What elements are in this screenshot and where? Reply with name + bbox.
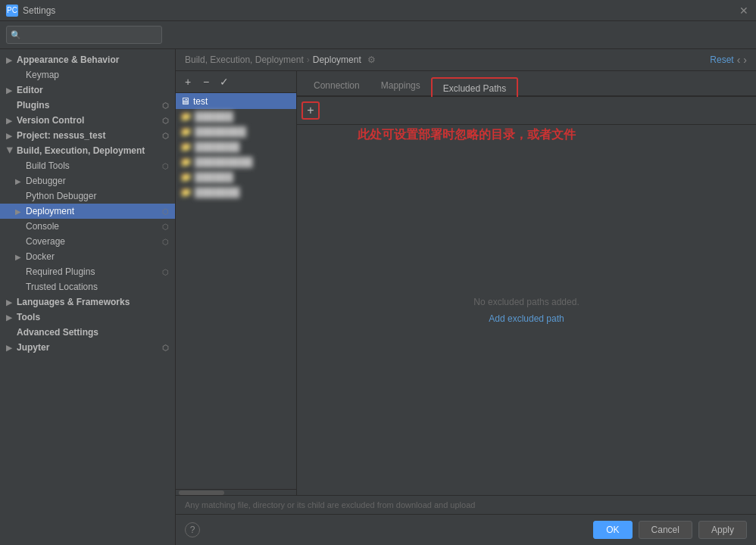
- sidebar-item-label: Plugins: [17, 100, 49, 111]
- sidebar-item-label: Required Plugins: [26, 266, 95, 277]
- sidebar: ▶ Appearance & Behavior Keymap ▶ Editor …: [0, 49, 176, 545]
- tree-item-label: ███████: [195, 142, 240, 152]
- sidebar-item-console[interactable]: Console ⬡: [0, 219, 175, 234]
- arrow-placeholder: [15, 268, 23, 276]
- external-icon: ⬡: [162, 132, 169, 140]
- sidebar-item-pythondebugger[interactable]: Python Debugger: [0, 188, 175, 204]
- tree-item-test[interactable]: 🖥 test: [176, 93, 296, 109]
- help-button[interactable]: ?: [185, 522, 200, 537]
- remove-server-button[interactable]: −: [198, 74, 214, 89]
- sidebar-item-buildtools[interactable]: Build Tools ⬡: [0, 158, 175, 173]
- add-excluded-path-link[interactable]: Add excluded path: [489, 313, 564, 324]
- arrow-icon: ▶: [6, 344, 14, 352]
- sidebar-item-appearance[interactable]: ▶ Appearance & Behavior: [0, 52, 175, 67]
- sidebar-item-plugins[interactable]: Plugins ⬡: [0, 98, 175, 113]
- search-wrap: 🔍: [6, 26, 162, 44]
- sidebar-item-keymap[interactable]: Keymap: [0, 67, 175, 83]
- sidebar-item-editor[interactable]: ▶ Editor: [0, 83, 175, 98]
- arrow-icon: ▶: [15, 207, 23, 216]
- folder-icon: 📁: [180, 157, 192, 167]
- tabs-bar: Connection Mappings Excluded Paths: [297, 71, 756, 97]
- sidebar-item-label: Tools: [17, 312, 40, 322]
- breadcrumb-part2: Deployment: [313, 54, 361, 65]
- check-icon: ✓: [220, 76, 229, 88]
- sidebar-item-deployment[interactable]: ▶ Deployment ⬡: [0, 204, 175, 219]
- excluded-paths-content: + 此处可设置部署时忽略的目录，或者文件 No excluded paths a…: [297, 97, 756, 495]
- sync-icon: ⚙: [367, 54, 376, 65]
- folder-icon: 📁: [180, 142, 192, 152]
- external-icon: ⬡: [162, 344, 169, 352]
- external-icon: ⬡: [162, 238, 169, 246]
- sidebar-item-label: Keymap: [26, 70, 59, 80]
- sidebar-item-label: Python Debugger: [26, 191, 96, 201]
- external-icon: ⬡: [162, 223, 169, 231]
- server-tree: 🖥 test 📁 ██████ 📁 ████████: [176, 93, 296, 489]
- sidebar-item-label: Coverage: [26, 236, 65, 247]
- sidebar-item-advancedsettings[interactable]: Advanced Settings: [0, 325, 175, 340]
- sidebar-item-versioncontrol[interactable]: ▶ Version Control ⬡: [0, 113, 175, 128]
- tree-item[interactable]: 📁 ██████: [176, 170, 296, 185]
- footer-left: ?: [185, 522, 200, 537]
- title-bar: PC Settings ✕: [0, 0, 756, 21]
- arrow-icon: ▶: [6, 313, 14, 322]
- sidebar-item-languages[interactable]: ▶ Languages & Frameworks: [0, 294, 175, 310]
- close-button[interactable]: ✕: [738, 5, 750, 17]
- sidebar-item-label: Jupyter: [17, 342, 49, 353]
- folder-icon: 📁: [180, 111, 192, 122]
- panel-toolbar: + − ✓: [176, 71, 296, 93]
- tab-excludedpaths[interactable]: Excluded Paths: [431, 77, 518, 97]
- minus-icon: −: [203, 76, 209, 88]
- external-icon: ⬡: [162, 268, 169, 276]
- settings-dialog: 🔍 ▶ Appearance & Behavior Keymap ▶ Edito…: [0, 21, 756, 545]
- tree-item[interactable]: 📁 ███████: [176, 185, 296, 200]
- check-button[interactable]: ✓: [217, 74, 232, 89]
- tree-item[interactable]: 📁 ████████: [176, 124, 296, 139]
- right-panel: Connection Mappings Excluded Paths: [297, 71, 756, 495]
- tab-mappings[interactable]: Mappings: [370, 76, 431, 97]
- add-server-button[interactable]: +: [180, 74, 195, 89]
- sidebar-item-project[interactable]: ▶ Project: nessus_test ⬡: [0, 128, 175, 143]
- sidebar-item-label: Version Control: [17, 115, 84, 126]
- search-input[interactable]: [6, 26, 162, 44]
- add-excluded-path-button[interactable]: +: [301, 101, 320, 120]
- empty-state: No excluded paths added. Add excluded pa…: [297, 125, 756, 495]
- breadcrumb: Build, Execution, Deployment › Deploymen…: [176, 49, 756, 71]
- tree-item-label: █████████: [195, 157, 253, 167]
- nav-back-button[interactable]: ‹: [737, 54, 741, 66]
- tab-connection[interactable]: Connection: [303, 76, 370, 97]
- sidebar-item-docker[interactable]: ▶ Docker: [0, 249, 175, 264]
- sidebar-item-debugger[interactable]: ▶ Debugger: [0, 173, 175, 188]
- window-title: Settings: [23, 5, 55, 16]
- app-icon: PC: [6, 5, 18, 17]
- nav-forward-button[interactable]: ›: [743, 54, 747, 66]
- arrow-placeholder: [6, 101, 14, 110]
- sidebar-item-jupyter[interactable]: ▶ Jupyter ⬡: [0, 340, 175, 355]
- sidebar-item-label: Languages & Frameworks: [17, 297, 130, 307]
- arrow-placeholder: [6, 329, 14, 337]
- arrow-placeholder: [15, 223, 23, 231]
- sidebar-item-build[interactable]: ▶ Build, Execution, Deployment: [0, 143, 175, 158]
- sidebar-item-coverage[interactable]: Coverage ⬡: [0, 234, 175, 249]
- external-icon: ⬡: [162, 207, 169, 216]
- tree-item-label: ██████: [195, 111, 233, 122]
- main-panel: Build, Execution, Deployment › Deploymen…: [176, 49, 756, 545]
- tree-item[interactable]: 📁 ███████: [176, 139, 296, 154]
- tree-item[interactable]: 📁 ██████: [176, 109, 296, 124]
- sidebar-item-label: Editor: [17, 85, 43, 95]
- cancel-button[interactable]: Cancel: [639, 521, 692, 539]
- ok-button[interactable]: OK: [593, 521, 632, 539]
- folder-icon: 📁: [180, 126, 192, 137]
- reset-button[interactable]: Reset: [710, 54, 733, 65]
- apply-button[interactable]: Apply: [698, 521, 747, 539]
- sidebar-item-trustedlocations[interactable]: Trusted Locations: [0, 279, 175, 294]
- arrow-icon: ▶: [6, 132, 14, 140]
- horizontal-scrollbar[interactable]: [176, 489, 296, 495]
- sidebar-item-requiredplugins[interactable]: Required Plugins ⬡: [0, 264, 175, 279]
- tree-item-label: test: [193, 96, 208, 107]
- tree-item[interactable]: 📁 █████████: [176, 154, 296, 170]
- tab-label: Mappings: [381, 80, 420, 91]
- add-icon: +: [185, 76, 191, 88]
- sidebar-item-tools[interactable]: ▶ Tools: [0, 310, 175, 325]
- sidebar-item-label: Build Tools: [26, 160, 70, 171]
- folder-icon: 📁: [180, 187, 192, 198]
